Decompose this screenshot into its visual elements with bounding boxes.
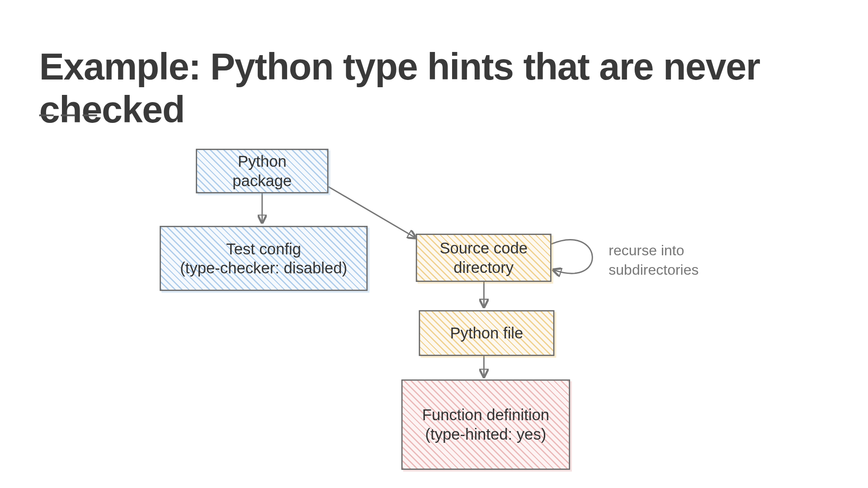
node-label: Python file xyxy=(450,323,523,343)
node-python-file: Python file xyxy=(419,310,554,356)
node-test-config: Test config(type-checker: disabled) xyxy=(160,226,368,291)
recurse-annotation: recurse intosubdirectories xyxy=(609,241,729,280)
edge-srcdir-selfloop xyxy=(552,240,593,273)
title-underline-dashes xyxy=(39,114,97,116)
slide: Example: Python type hints that are neve… xyxy=(0,0,868,488)
node-function-definition: Function definition(type-hinted: yes) xyxy=(401,380,570,470)
node-label: Function definition(type-hinted: yes) xyxy=(422,405,549,444)
node-source-directory: Source codedirectory xyxy=(416,234,552,282)
node-label: Source codedirectory xyxy=(439,238,528,277)
node-label: Pythonpackage xyxy=(232,151,292,191)
node-label: Test config(type-checker: disabled) xyxy=(180,239,347,278)
node-python-package: Pythonpackage xyxy=(196,149,328,193)
slide-title: Example: Python type hints that are neve… xyxy=(39,45,868,131)
